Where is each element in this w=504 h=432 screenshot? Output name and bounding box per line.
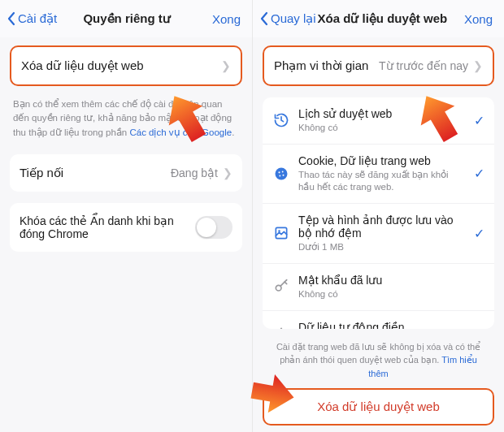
nav-title: Quyền riêng tư <box>57 11 197 26</box>
row-label: Tiếp nối <box>20 166 63 180</box>
chevron-left-icon <box>7 11 16 26</box>
nav-back-label: Cài đặt <box>18 11 57 26</box>
google-services-link[interactable]: Các dịch vụ của Google <box>129 127 232 137</box>
item-body: Cookie, Dữ liệu trang webThao tác này sẽ… <box>298 154 462 193</box>
item-body: Tệp và hình ảnh được lưu vào bộ nhớ đệmD… <box>298 214 462 253</box>
nav-done[interactable]: Xong <box>449 12 497 26</box>
item-subtitle: Dưới 1 MB <box>298 241 462 253</box>
clear-data-content: Phạm vi thời gian Từ trước đến nay ❯ Lịc… <box>253 37 504 388</box>
nav-back[interactable]: Quay lại <box>259 11 316 26</box>
data-type-item[interactable]: Dữ liệu tự động điềnKhông có <box>263 311 494 329</box>
clear-data-button-label: Xóa dữ liệu duyệt web <box>317 400 440 413</box>
chevron-right-icon: ❯ <box>221 59 231 72</box>
row-label: Khóa các thẻ Ẩn danh khi bạn đóng Chrome <box>20 214 195 240</box>
time-range-row[interactable]: Phạm vi thời gian Từ trước đến nay ❯ <box>263 45 494 86</box>
clear-browsing-data-row[interactable]: Xóa dữ liệu duyệt web ❯ <box>10 45 242 86</box>
data-types-list: Lịch sử duyệt webKhông có✓Cookie, Dữ liệ… <box>263 97 494 329</box>
autofill-icon <box>272 325 290 328</box>
data-type-item[interactable]: Cookie, Dữ liệu trang webThao tác này sẽ… <box>263 145 494 204</box>
nav-done-label: Xong <box>212 12 241 26</box>
lock-incognito-row: Khóa các thẻ Ẩn danh khi bạn đóng Chrome <box>10 203 242 252</box>
nav-back-label: Quay lại <box>271 11 316 26</box>
row-label: Xóa dữ liệu duyệt web <box>21 58 144 73</box>
data-type-item[interactable]: Lịch sử duyệt webKhông có✓ <box>263 97 494 145</box>
item-subtitle: Thao tác này sẽ đăng xuất bạn khỏi hầu h… <box>298 169 462 193</box>
svg-point-3 <box>283 175 285 176</box>
nav-done[interactable]: Xong <box>197 12 245 26</box>
row-label: Phạm vi thời gian <box>274 58 368 73</box>
footer-helptext: Cài đặt trang web đã lưu sẽ không bị xóa… <box>263 340 494 389</box>
item-subtitle: Không có <box>298 122 462 134</box>
svg-point-1 <box>278 171 280 173</box>
item-title: Tệp và hình ảnh được lưu vào bộ nhớ đệm <box>298 214 462 240</box>
chevron-right-icon: ❯ <box>223 166 232 179</box>
privacy-content: Xóa dữ liệu duyệt web ❯ Bạn có thể xem t… <box>0 37 252 432</box>
privacy-helptext: Bạn có thể xem thêm các chế độ cài đặt l… <box>10 97 242 154</box>
nav-title: Xóa dữ liệu duyệt web <box>316 11 449 26</box>
item-title: Mật khẩu đã lưu <box>298 274 462 287</box>
svg-point-4 <box>279 175 280 176</box>
cookie-icon <box>272 165 290 183</box>
navbar: Cài đặt Quyền riêng tư Xong <box>0 0 252 37</box>
key-icon <box>272 278 290 296</box>
check-icon: ✓ <box>470 166 484 181</box>
data-type-item[interactable]: Mật khẩu đã lưuKhông có <box>263 264 494 311</box>
svg-point-2 <box>282 171 284 172</box>
item-body: Dữ liệu tự động điềnKhông có <box>298 321 462 329</box>
screen-privacy: Cài đặt Quyền riêng tư Xong Xóa dữ liệu … <box>0 0 252 432</box>
clear-data-button[interactable]: Xóa dữ liệu duyệt web <box>263 388 494 426</box>
check-icon: ✓ <box>470 226 484 241</box>
check-icon: ✓ <box>470 113 484 128</box>
item-body: Mật khẩu đã lưuKhông có <box>298 274 462 300</box>
data-type-item[interactable]: Tệp và hình ảnh được lưu vào bộ nhớ đệmD… <box>263 204 494 264</box>
screen-clear-data: Quay lại Xóa dữ liệu duyệt web Xong Phạm… <box>252 0 504 432</box>
item-title: Cookie, Dữ liệu trang web <box>298 154 462 167</box>
lock-incognito-toggle[interactable] <box>195 216 232 239</box>
nav-done-label: Xong <box>464 12 493 26</box>
preload-row[interactable]: Tiếp nối Đang bật ❯ <box>10 154 242 192</box>
chevron-right-icon: ❯ <box>473 59 483 72</box>
navbar: Quay lại Xóa dữ liệu duyệt web Xong <box>253 0 504 37</box>
chevron-left-icon <box>259 11 269 26</box>
item-title: Lịch sử duyệt web <box>298 107 462 120</box>
nav-back[interactable]: Cài đặt <box>7 11 57 26</box>
item-title: Dữ liệu tự động điền <box>298 321 462 329</box>
row-value: Đang bật <box>171 166 218 179</box>
item-body: Lịch sử duyệt webKhông có <box>298 107 462 134</box>
item-subtitle: Không có <box>298 288 462 300</box>
history-icon <box>272 111 290 129</box>
svg-point-0 <box>276 167 288 179</box>
cache-icon <box>272 224 290 242</box>
row-value: Từ trước đến nay <box>379 59 468 72</box>
